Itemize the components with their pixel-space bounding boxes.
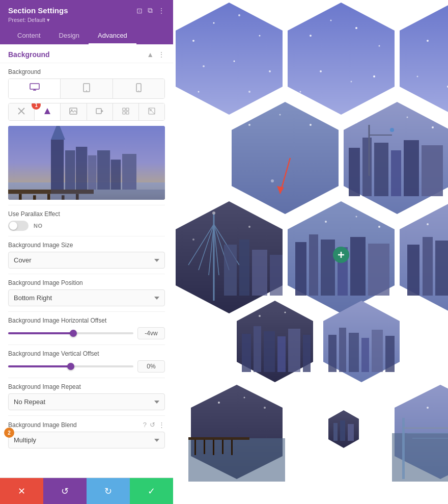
svg-point-65 <box>379 45 380 47</box>
vertical-slider-row <box>8 360 165 373</box>
svg-point-83 <box>248 124 250 126</box>
device-row <box>8 78 165 99</box>
background-section-heading: Background ▲ ⋮ <box>0 44 173 63</box>
svg-marker-9 <box>44 108 50 114</box>
svg-point-53 <box>213 22 215 24</box>
vertical-slider-track[interactable] <box>8 365 133 367</box>
vertical-slider-thumb[interactable] <box>67 363 74 370</box>
undo-button[interactable]: ↺ <box>43 478 87 504</box>
bg-type-pattern[interactable] <box>113 103 139 120</box>
device-mobile[interactable] <box>113 79 164 98</box>
bg-type-image[interactable] <box>61 103 87 120</box>
svg-point-74 <box>417 76 418 77</box>
save-button[interactable]: ✓ <box>130 478 173 504</box>
svg-point-144 <box>259 315 261 317</box>
redo-button[interactable]: ↻ <box>87 478 130 504</box>
background-title: Background <box>8 50 50 59</box>
svg-point-122 <box>325 221 327 223</box>
horizontal-value-input[interactable] <box>137 327 165 339</box>
bg-type-mask[interactable] <box>139 103 164 120</box>
svg-rect-154 <box>188 438 285 482</box>
svg-rect-110 <box>252 250 267 296</box>
tab-design[interactable]: Design <box>50 28 89 44</box>
resize-icon[interactable]: ⊡ <box>136 7 143 15</box>
parallax-toggle[interactable] <box>8 221 29 231</box>
delete-icon: ✕ <box>18 486 25 497</box>
svg-point-96 <box>390 128 394 132</box>
svg-rect-34 <box>122 154 136 190</box>
svg-point-62 <box>310 35 312 37</box>
svg-rect-14 <box>123 108 125 111</box>
svg-rect-89 <box>362 138 372 196</box>
svg-rect-12 <box>96 109 101 114</box>
blend-select-wrapper: 2 Multiply Normal Screen Overlay Darken … <box>8 432 165 448</box>
svg-rect-158 <box>213 440 214 455</box>
bg-position-group: Background Image Position Bottom Right T… <box>0 274 173 311</box>
columns-icon[interactable]: ⧉ <box>148 6 153 15</box>
bg-repeat-group: Background Image Repeat No Repeat Repeat… <box>0 378 173 415</box>
svg-rect-118 <box>321 240 335 296</box>
collapse-icon[interactable]: ▲ <box>147 50 154 59</box>
svg-rect-19 <box>150 109 152 111</box>
svg-point-99 <box>432 126 434 128</box>
svg-rect-165 <box>333 423 338 441</box>
svg-rect-157 <box>204 440 205 454</box>
svg-point-123 <box>356 216 357 218</box>
image-preview[interactable] <box>8 126 165 200</box>
bg-type-row: 1 <box>8 103 165 121</box>
canvas-area <box>173 0 448 504</box>
svg-rect-0 <box>30 84 39 89</box>
svg-rect-93 <box>422 145 443 196</box>
horizontal-slider-fill <box>8 332 73 334</box>
svg-point-67 <box>351 81 352 83</box>
blend-help-icon[interactable]: ? <box>143 421 147 429</box>
bg-size-select[interactable]: Cover Contain Auto Custom <box>8 252 165 269</box>
svg-point-124 <box>378 226 380 228</box>
parallax-group: Use Parallax Effect NO <box>0 205 173 236</box>
svg-point-97 <box>355 121 357 123</box>
svg-rect-15 <box>126 108 129 111</box>
tab-content[interactable]: Content <box>8 28 50 44</box>
toggle-row: NO <box>8 221 165 231</box>
svg-point-60 <box>248 91 250 93</box>
svg-rect-169 <box>392 433 448 482</box>
bg-blend-label: Background Image Blend <box>8 421 77 429</box>
svg-rect-131 <box>435 241 448 296</box>
delete-button[interactable]: ✕ <box>0 478 43 504</box>
svg-point-112 <box>212 211 215 215</box>
svg-rect-10 <box>70 108 77 114</box>
horizontal-slider-thumb[interactable] <box>70 330 77 337</box>
toggle-knob <box>9 222 17 230</box>
bg-blend-select[interactable]: Multiply Normal Screen Overlay Darken Li… <box>8 432 165 448</box>
svg-point-4 <box>86 90 87 91</box>
vertical-slider-fill <box>8 365 71 367</box>
svg-rect-117 <box>309 234 318 296</box>
section-more-icon[interactable]: ⋮ <box>158 50 165 59</box>
vertical-value-input[interactable] <box>137 360 165 373</box>
svg-rect-166 <box>340 420 345 441</box>
tab-advanced[interactable]: Advanced <box>89 28 136 44</box>
blend-reset-icon[interactable]: ↺ <box>150 421 155 429</box>
device-tablet[interactable] <box>61 79 113 98</box>
device-desktop[interactable] <box>9 79 61 98</box>
bg-type-color[interactable]: 1 <box>35 103 61 120</box>
preset-link[interactable]: Preset: Default <box>8 17 45 23</box>
svg-point-64 <box>355 27 357 29</box>
svg-rect-24 <box>33 195 36 200</box>
horizontal-slider-track[interactable] <box>8 332 133 334</box>
bg-repeat-select[interactable]: No Repeat Repeat Repeat X Repeat Y <box>8 393 165 410</box>
bg-type-none[interactable] <box>9 103 35 120</box>
bg-position-select[interactable]: Bottom Right Top Left Top Center Top Rig… <box>8 289 165 306</box>
svg-rect-29 <box>65 150 75 190</box>
more-icon[interactable]: ⋮ <box>158 7 165 15</box>
panel-tabs: Content Design Advanced <box>8 28 165 44</box>
bg-type-video[interactable] <box>87 103 113 120</box>
svg-rect-147 <box>328 335 337 372</box>
blend-more-icon[interactable]: ⋮ <box>158 421 165 429</box>
svg-rect-156 <box>194 440 196 455</box>
svg-rect-150 <box>361 338 369 372</box>
svg-rect-108 <box>224 245 237 296</box>
svg-rect-151 <box>372 330 383 372</box>
svg-point-86 <box>271 179 274 182</box>
svg-rect-142 <box>288 329 300 372</box>
